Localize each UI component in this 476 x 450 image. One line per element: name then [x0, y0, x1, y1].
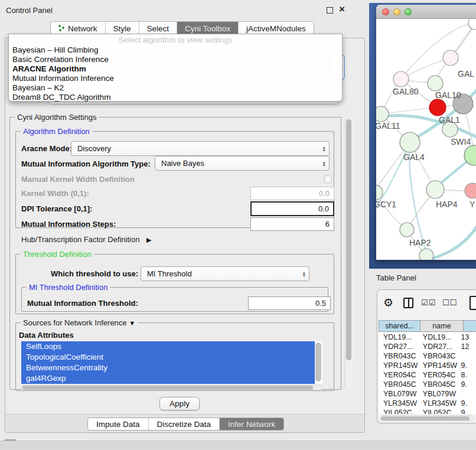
network-edge[interactable] [401, 58, 451, 79]
kernel-width-input[interactable]: 0.0 [250, 187, 334, 200]
hub-definition-expander[interactable]: Hub/Transcription Factor Definition ▶ [21, 235, 151, 244]
tab-infer-network[interactable]: Infer Network [220, 418, 283, 430]
column-header-clipped[interactable] [464, 320, 476, 332]
network-node[interactable] [428, 76, 443, 91]
attributes-vscrollbar[interactable] [315, 343, 321, 381]
tab-network-label: Network [68, 24, 97, 33]
zoom-window-icon[interactable] [405, 8, 412, 15]
table-panel-title: Table Panel [376, 273, 416, 282]
network-view-window[interactable]: GALGAL80GAL10GAL1GAL11SWI4GAL4GCY1HAP4YH… [376, 5, 476, 260]
dpi-tolerance-input[interactable]: 0.0 [250, 201, 334, 216]
tab-style[interactable]: Style [106, 22, 139, 35]
manual-kernel-width-label: Manual Kernel Width Definition [21, 175, 135, 184]
cell-shared-name: YBR045C [379, 380, 419, 389]
settings-scrollbar-thumb[interactable] [346, 119, 351, 360]
table-row[interactable]: YPR145W YPR145W 9. [379, 361, 476, 370]
sources-group-title[interactable]: Sources for Network Inference ▼ [21, 318, 138, 327]
mi-algorithm-type-select[interactable]: Naive Bayes ▲▼ [155, 156, 330, 171]
table-row[interactable]: YBL079W YBL079W [379, 389, 476, 399]
close-panel-icon[interactable]: × [339, 4, 345, 15]
mi-steps-input[interactable]: 6 [250, 217, 334, 231]
aracne-mode-select[interactable]: Discovery ▲▼ [71, 141, 330, 156]
network-node-label: SWI4 [451, 137, 471, 146]
minimize-window-icon[interactable] [393, 8, 400, 15]
network-node[interactable] [393, 71, 409, 87]
algorithm-option[interactable]: Bayesian – K2 [9, 83, 342, 93]
which-threshold-label: Which threshold to use: [51, 269, 138, 278]
network-node[interactable] [468, 19, 476, 30]
tab-select[interactable]: Select [139, 22, 178, 35]
cell-value [459, 351, 476, 361]
table-row[interactable]: YBR043C YBR043C [379, 351, 476, 361]
network-window-titlebar[interactable] [376, 5, 476, 19]
attribute-list-item[interactable]: SelfLoops [21, 341, 315, 352]
table-header: shared... name [379, 320, 476, 332]
algorithm-option[interactable]: Basic Correlation Inference [9, 55, 342, 64]
network-node[interactable] [376, 106, 389, 122]
export-table-icon[interactable] [470, 296, 476, 310]
mi-algorithm-type-label: Mutual Information Algorithm Type: [21, 159, 151, 168]
attributes-hscrollbar-thumb[interactable] [22, 386, 313, 390]
which-threshold-select[interactable]: MI Threshold ▲▼ [141, 266, 309, 281]
network-node-label: HAP4 [436, 200, 458, 209]
cell-shared-name: YPR145W [379, 361, 419, 370]
table-row[interactable]: YBR045C YBR045C 9. [379, 380, 476, 389]
table-hscrollbar-thumb[interactable] [381, 416, 470, 420]
network-node[interactable] [400, 223, 414, 237]
cell-name: YBL079W [419, 389, 460, 399]
network-node[interactable] [465, 183, 476, 198]
algorithm-option-selected[interactable]: ARACNE Algorithm [9, 64, 342, 74]
network-icon [58, 25, 65, 32]
network-node[interactable] [400, 132, 420, 152]
cell-value [459, 389, 476, 399]
attribute-list-item[interactable]: gal4RGexp [21, 373, 315, 384]
collapse-arrow-icon[interactable]: ▼ [129, 319, 135, 327]
mi-threshold-input[interactable]: 0.5 [248, 296, 331, 310]
network-node[interactable] [443, 50, 458, 66]
column-header-name[interactable]: name [420, 320, 464, 332]
network-canvas[interactable]: GALGAL80GAL10GAL1GAL11SWI4GAL4GCY1HAP4YH… [376, 19, 476, 260]
float-panel-icon[interactable] [327, 7, 333, 14]
select-all-checkboxes-icon[interactable]: ☑☑ [421, 298, 436, 307]
table-row[interactable]: YER054C YER054C 8. [379, 370, 476, 380]
cell-value: 13 [459, 332, 476, 342]
tab-jactivemnodules[interactable]: jActiveMNodules [239, 22, 314, 35]
deselect-all-checkboxes-icon[interactable]: ☐☐ [442, 298, 457, 307]
expand-arrow-icon[interactable]: ▶ [146, 236, 151, 243]
close-window-icon[interactable] [382, 8, 389, 15]
columns-icon[interactable] [403, 298, 413, 308]
manual-kernel-width-checkbox[interactable] [324, 175, 332, 183]
table-row[interactable]: YIL052C YIL052C 9 [379, 408, 476, 414]
attribute-list-item[interactable]: BetweennessCentrality [21, 363, 315, 373]
network-node[interactable] [419, 249, 433, 260]
cell-shared-name: YDL19... [379, 332, 419, 342]
cell-value: 9. [459, 380, 476, 389]
table-body: YDL19... YDL19... 13 YDR27... YDR27... 1… [379, 332, 476, 414]
algorithm-option[interactable]: Dream8 DC_TDC Algorithm [9, 93, 342, 102]
threshold-definition-title: Threshold Definition [21, 250, 94, 259]
table-row[interactable]: YDR27... YDR27... 12 [379, 342, 476, 351]
attribute-list-item[interactable]: TopologicalCoefficient [21, 352, 315, 363]
network-node-label: GAL10 [435, 90, 461, 100]
gear-icon[interactable]: ⚙ [383, 296, 393, 309]
cell-name: YDL19... [419, 332, 460, 342]
tab-discretize-data[interactable]: Discretize Data [149, 418, 220, 430]
column-header-shared-name[interactable]: shared... [379, 320, 420, 332]
apply-button[interactable]: Apply [159, 397, 200, 410]
network-node-label: GAL11 [376, 121, 400, 131]
cell-shared-name: YBL079W [379, 389, 419, 399]
settings-group-title: Cyni Algorithm Settings [15, 113, 99, 122]
network-node[interactable] [429, 99, 446, 116]
cell-shared-name: YDR27... [379, 342, 419, 351]
tab-cyni-toolbox[interactable]: Cyni Toolbox [177, 22, 239, 35]
table-row[interactable]: YLR345W YLR345W 9. [379, 399, 476, 408]
table-panel-window: ⚙ ☑☑ ☐☐ shared... name YDL19... YDL19...… [377, 289, 476, 423]
stepper-icon: ▲▼ [302, 270, 306, 277]
cell-shared-name: YLR345W [379, 399, 419, 408]
table-row[interactable]: YDL19... YDL19... 13 [379, 332, 476, 342]
algorithm-option[interactable]: Bayesian – Hill Climbing [9, 45, 342, 55]
tab-impute-data[interactable]: Impute Data [88, 418, 149, 430]
algorithm-option[interactable]: Mutual Information Inference [9, 74, 342, 83]
network-node[interactable] [426, 181, 444, 198]
tab-network[interactable]: Network [51, 22, 106, 35]
